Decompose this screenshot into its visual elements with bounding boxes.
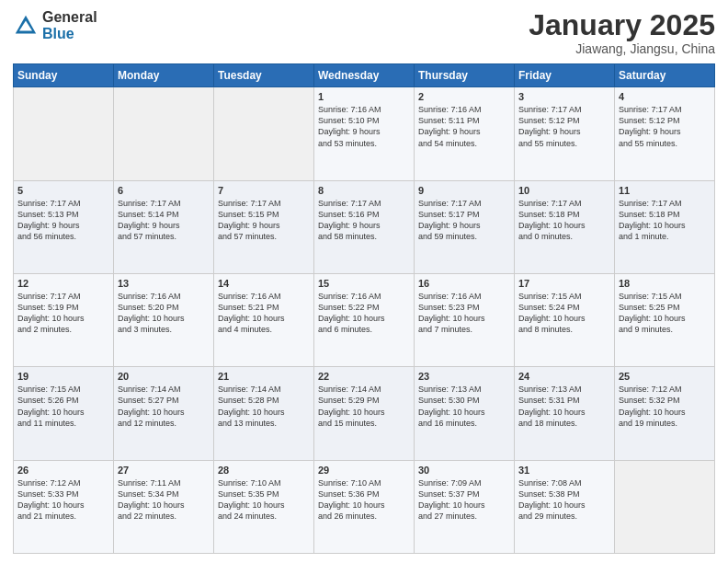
calendar-cell: 2Sunrise: 7:16 AM Sunset: 5:11 PM Daylig… [415,87,515,180]
day-number: 30 [418,465,510,476]
calendar-cell [14,87,114,180]
day-number: 31 [518,465,610,476]
calendar-title: January 2025 [529,9,715,41]
day-info: Sunrise: 7:16 AM Sunset: 5:21 PM Dayligh… [218,291,310,336]
day-info: Sunrise: 7:10 AM Sunset: 5:35 PM Dayligh… [218,477,310,523]
calendar-page: General Blue January 2025 Jiawang, Jiang… [0,0,728,563]
day-info: Sunrise: 7:17 AM Sunset: 5:19 PM Dayligh… [17,291,109,336]
day-number: 15 [318,278,410,289]
day-number: 21 [218,371,310,382]
calendar-table: Sunday Monday Tuesday Wednesday Thursday… [13,63,715,554]
calendar-cell: 8Sunrise: 7:17 AM Sunset: 5:16 PM Daylig… [314,180,415,273]
day-info: Sunrise: 7:10 AM Sunset: 5:36 PM Dayligh… [318,477,410,523]
calendar-cell [114,87,214,180]
calendar-cell: 19Sunrise: 7:15 AM Sunset: 5:26 PM Dayli… [14,367,114,460]
calendar-cell: 7Sunrise: 7:17 AM Sunset: 5:15 PM Daylig… [214,180,314,273]
calendar-cell [214,87,314,180]
calendar-cell: 5Sunrise: 7:17 AM Sunset: 5:13 PM Daylig… [14,180,114,273]
calendar-body: 1Sunrise: 7:16 AM Sunset: 5:10 PM Daylig… [14,87,715,554]
calendar-cell: 23Sunrise: 7:13 AM Sunset: 5:30 PM Dayli… [415,367,515,460]
day-info: Sunrise: 7:16 AM Sunset: 5:23 PM Dayligh… [418,291,510,336]
calendar-cell: 24Sunrise: 7:13 AM Sunset: 5:31 PM Dayli… [515,367,615,460]
day-number: 22 [318,371,410,382]
calendar-cell: 6Sunrise: 7:17 AM Sunset: 5:14 PM Daylig… [114,180,214,273]
day-number: 20 [118,371,210,382]
day-number: 6 [118,185,210,196]
day-info: Sunrise: 7:17 AM Sunset: 5:18 PM Dayligh… [619,198,711,243]
calendar-cell: 31Sunrise: 7:08 AM Sunset: 5:38 PM Dayli… [515,460,615,553]
day-info: Sunrise: 7:15 AM Sunset: 5:24 PM Dayligh… [518,291,610,336]
logo-icon [13,13,39,39]
day-number: 11 [619,185,711,196]
logo-blue-label: Blue [42,26,97,42]
day-number: 7 [218,185,310,196]
col-thursday: Thursday [415,64,515,87]
day-info: Sunrise: 7:17 AM Sunset: 5:12 PM Dayligh… [619,104,711,149]
day-number: 16 [418,278,510,289]
calendar-cell: 1Sunrise: 7:16 AM Sunset: 5:10 PM Daylig… [314,87,415,180]
day-info: Sunrise: 7:15 AM Sunset: 5:25 PM Dayligh… [619,291,711,336]
day-info: Sunrise: 7:11 AM Sunset: 5:34 PM Dayligh… [118,477,210,523]
calendar-cell: 30Sunrise: 7:09 AM Sunset: 5:37 PM Dayli… [415,460,515,553]
calendar-week-4: 19Sunrise: 7:15 AM Sunset: 5:26 PM Dayli… [14,367,715,460]
day-info: Sunrise: 7:13 AM Sunset: 5:30 PM Dayligh… [418,384,510,429]
day-number: 17 [518,278,610,289]
day-info: Sunrise: 7:16 AM Sunset: 5:10 PM Dayligh… [318,104,410,149]
col-friday: Friday [515,64,615,87]
calendar-cell: 17Sunrise: 7:15 AM Sunset: 5:24 PM Dayli… [515,273,615,366]
calendar-cell: 13Sunrise: 7:16 AM Sunset: 5:20 PM Dayli… [114,273,214,366]
calendar-cell [615,460,715,553]
calendar-cell: 18Sunrise: 7:15 AM Sunset: 5:25 PM Dayli… [615,273,715,366]
day-info: Sunrise: 7:14 AM Sunset: 5:29 PM Dayligh… [318,384,410,429]
day-info: Sunrise: 7:17 AM Sunset: 5:13 PM Dayligh… [17,198,109,243]
calendar-week-3: 12Sunrise: 7:17 AM Sunset: 5:19 PM Dayli… [14,273,715,366]
calendar-cell: 3Sunrise: 7:17 AM Sunset: 5:12 PM Daylig… [515,87,615,180]
title-block: January 2025 Jiawang, Jiangsu, China [529,9,715,56]
header: General Blue January 2025 Jiawang, Jiang… [13,9,715,56]
day-number: 28 [218,465,310,476]
day-info: Sunrise: 7:17 AM Sunset: 5:18 PM Dayligh… [518,198,610,243]
day-info: Sunrise: 7:09 AM Sunset: 5:37 PM Dayligh… [418,477,510,523]
day-number: 27 [118,465,210,476]
day-number: 23 [418,371,510,382]
calendar-cell: 15Sunrise: 7:16 AM Sunset: 5:22 PM Dayli… [314,273,415,366]
calendar-cell: 28Sunrise: 7:10 AM Sunset: 5:35 PM Dayli… [214,460,314,553]
day-info: Sunrise: 7:17 AM Sunset: 5:16 PM Dayligh… [318,198,410,243]
day-number: 4 [619,91,711,102]
calendar-header: Sunday Monday Tuesday Wednesday Thursday… [14,64,715,87]
calendar-cell: 12Sunrise: 7:17 AM Sunset: 5:19 PM Dayli… [14,273,114,366]
calendar-cell: 9Sunrise: 7:17 AM Sunset: 5:17 PM Daylig… [415,180,515,273]
day-info: Sunrise: 7:12 AM Sunset: 5:33 PM Dayligh… [17,477,109,523]
calendar-cell: 20Sunrise: 7:14 AM Sunset: 5:27 PM Dayli… [114,367,214,460]
day-info: Sunrise: 7:17 AM Sunset: 5:15 PM Dayligh… [218,198,310,243]
day-info: Sunrise: 7:12 AM Sunset: 5:32 PM Dayligh… [619,384,711,429]
day-number: 12 [17,278,109,289]
day-info: Sunrise: 7:17 AM Sunset: 5:12 PM Dayligh… [518,104,610,149]
day-info: Sunrise: 7:15 AM Sunset: 5:26 PM Dayligh… [17,384,109,429]
calendar-cell: 14Sunrise: 7:16 AM Sunset: 5:21 PM Dayli… [214,273,314,366]
day-number: 26 [17,465,109,476]
calendar-cell: 11Sunrise: 7:17 AM Sunset: 5:18 PM Dayli… [615,180,715,273]
col-monday: Monday [114,64,214,87]
day-info: Sunrise: 7:14 AM Sunset: 5:28 PM Dayligh… [218,384,310,429]
calendar-cell: 16Sunrise: 7:16 AM Sunset: 5:23 PM Dayli… [415,273,515,366]
day-number: 9 [418,185,510,196]
day-number: 24 [518,371,610,382]
calendar-cell: 26Sunrise: 7:12 AM Sunset: 5:33 PM Dayli… [14,460,114,553]
day-number: 3 [518,91,610,102]
day-number: 13 [118,278,210,289]
calendar-cell: 10Sunrise: 7:17 AM Sunset: 5:18 PM Dayli… [515,180,615,273]
day-number: 10 [518,185,610,196]
day-info: Sunrise: 7:16 AM Sunset: 5:20 PM Dayligh… [118,291,210,336]
day-info: Sunrise: 7:17 AM Sunset: 5:17 PM Dayligh… [418,198,510,243]
col-sunday: Sunday [14,64,114,87]
calendar-week-5: 26Sunrise: 7:12 AM Sunset: 5:33 PM Dayli… [14,460,715,553]
day-number: 19 [17,371,109,382]
logo-text: General Blue [42,9,97,41]
day-number: 1 [318,91,410,102]
day-info: Sunrise: 7:16 AM Sunset: 5:22 PM Dayligh… [318,291,410,336]
day-info: Sunrise: 7:16 AM Sunset: 5:11 PM Dayligh… [418,104,510,149]
calendar-cell: 4Sunrise: 7:17 AM Sunset: 5:12 PM Daylig… [615,87,715,180]
col-tuesday: Tuesday [214,64,314,87]
day-number: 5 [17,185,109,196]
